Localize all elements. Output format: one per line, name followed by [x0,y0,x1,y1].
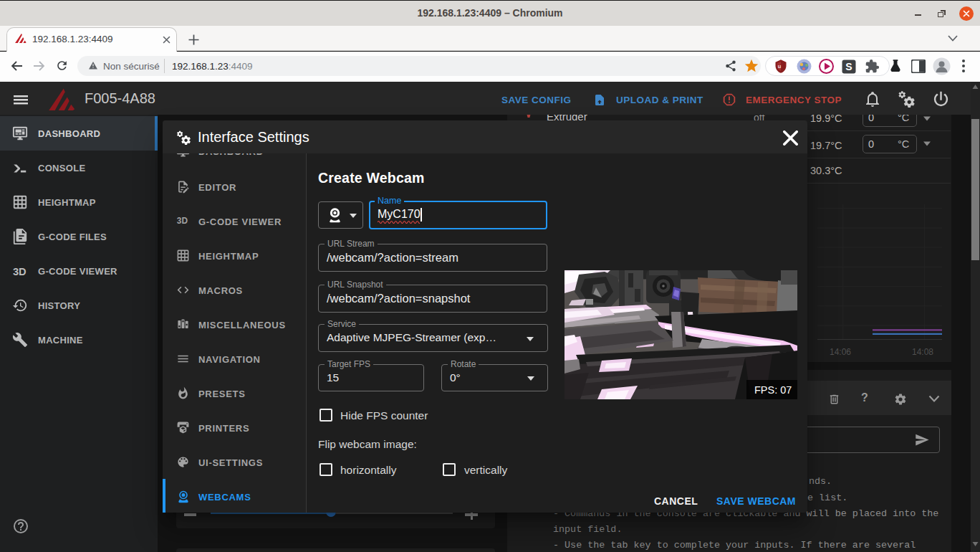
svg-text:3D: 3D [13,266,27,277]
svg-text:3D: 3D [177,216,188,226]
svg-text:u: u [778,63,782,70]
svg-text:S: S [845,61,852,72]
